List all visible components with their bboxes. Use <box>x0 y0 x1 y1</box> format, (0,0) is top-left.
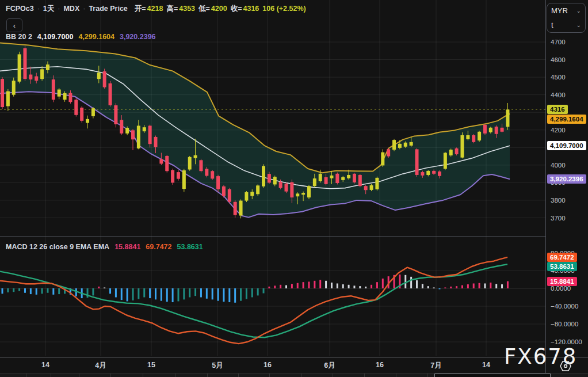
bb-title: BB 20 2 <box>6 33 32 41</box>
candle <box>46 64 49 70</box>
back-chevron-icon: ‹ <box>13 21 16 30</box>
candle <box>404 143 407 147</box>
separator-dot: · <box>83 5 85 13</box>
open-label: 开= <box>135 4 146 14</box>
axis-unit-selectors: MYR ⌄ t ⌄ <box>547 3 586 33</box>
axis-label: 4000 <box>551 162 566 169</box>
low-value: 4200 <box>211 5 227 13</box>
time-tick: 6月 <box>324 361 335 371</box>
time-tick: 7月 <box>430 361 441 371</box>
high-value: 4353 <box>179 5 195 13</box>
candle <box>35 77 38 81</box>
macd-title: MACD 12 26 close 9 EMA EMA <box>6 243 109 251</box>
candle <box>58 89 61 96</box>
candle <box>375 178 379 189</box>
unit-select[interactable]: t ⌄ <box>547 18 585 32</box>
candle <box>256 185 259 194</box>
candle <box>154 137 157 147</box>
candle <box>301 193 305 195</box>
candle <box>495 127 498 134</box>
candle <box>341 177 345 180</box>
strip-divider <box>364 374 365 377</box>
candle <box>80 108 83 121</box>
candle <box>239 201 243 216</box>
axis-label: 4500 <box>551 74 566 81</box>
candle <box>40 69 44 79</box>
strip-divider <box>207 374 208 377</box>
time-axis[interactable]: 144月155月166月167月14 <box>0 357 588 374</box>
candle <box>381 153 384 166</box>
price-axis[interactable]: 47004600450044004200400039003800370080.0… <box>545 0 588 373</box>
macd-legend[interactable]: MACD 12 26 close 9 EMA EMA 15.8841 69.74… <box>6 242 203 252</box>
change-value: 106 (+2.52%) <box>262 5 306 13</box>
candle <box>353 174 356 182</box>
candle <box>143 127 146 131</box>
symbol-name[interactable]: FCPOc3 <box>6 5 34 13</box>
macd-signal-value: 53.8631 <box>177 243 203 251</box>
candle <box>296 193 299 196</box>
axis-label: −120.0000 <box>551 338 582 345</box>
candle <box>415 149 419 175</box>
candle <box>279 182 282 188</box>
strip-divider <box>333 374 333 377</box>
candle <box>182 170 186 189</box>
candle <box>250 192 254 196</box>
candle <box>410 142 413 146</box>
candle <box>432 171 436 174</box>
back-button[interactable]: ‹ <box>6 18 22 32</box>
axis-label: −40.0000 <box>551 303 578 310</box>
chevron-down-icon: ⌄ <box>576 22 581 28</box>
candle <box>478 132 481 140</box>
candle <box>324 177 328 184</box>
high-label: 高= <box>166 4 178 14</box>
close-value: 4316 <box>243 5 259 13</box>
strip-divider <box>269 374 270 377</box>
candle <box>103 71 106 87</box>
strip-divider <box>238 374 239 377</box>
candle <box>194 155 197 158</box>
candle <box>205 169 208 176</box>
strip-divider <box>26 374 26 377</box>
candle <box>501 128 504 132</box>
candle <box>421 172 424 176</box>
candle <box>1 79 4 107</box>
series-type-label: Trade Price <box>89 5 127 13</box>
chart-canvas[interactable] <box>0 0 545 373</box>
strip-divider <box>396 374 396 377</box>
price-badge: 4316 <box>547 105 568 114</box>
strip-divider <box>51 374 51 377</box>
macd-hist-value: 15.8841 <box>114 243 140 251</box>
candle <box>234 202 237 215</box>
interval-label[interactable]: 1天 <box>43 4 54 14</box>
candle <box>211 171 214 178</box>
candle <box>148 125 152 144</box>
bollinger-legend[interactable]: BB 20 2 4,109.7000 4,299.1604 3,920.2396 <box>6 32 156 41</box>
candle <box>370 185 373 190</box>
candle <box>455 148 459 154</box>
low-label: 低= <box>198 4 210 14</box>
candle <box>6 92 10 106</box>
strip-divider <box>427 374 428 377</box>
candle <box>245 192 248 201</box>
candle <box>307 186 311 197</box>
candle <box>506 109 509 127</box>
strip-divider <box>143 374 143 377</box>
price-badge: 4,109.7000 <box>547 141 586 150</box>
candle <box>347 175 350 178</box>
candle <box>68 93 72 102</box>
bb-upper-value: 4,299.1604 <box>78 33 114 41</box>
axis-label: 4200 <box>551 127 566 134</box>
axis-label: 3800 <box>551 197 566 204</box>
candle <box>290 182 293 197</box>
candle <box>392 140 396 150</box>
currency-select[interactable]: MYR ⌄ <box>547 3 585 18</box>
exchange-label: MDX <box>63 5 79 13</box>
candle <box>330 176 333 178</box>
candle <box>358 175 362 186</box>
bb-mid-value: 4,109.7000 <box>37 33 74 41</box>
macd-badge: 15.8841 <box>547 277 577 286</box>
candle <box>222 186 226 196</box>
macd-line-value: 69.7472 <box>146 243 171 251</box>
separator-dot: · <box>58 5 60 13</box>
trading-chart-app: FCPOc3 · 1天 · MDX · Trade Price 开=4218 高… <box>0 0 588 377</box>
